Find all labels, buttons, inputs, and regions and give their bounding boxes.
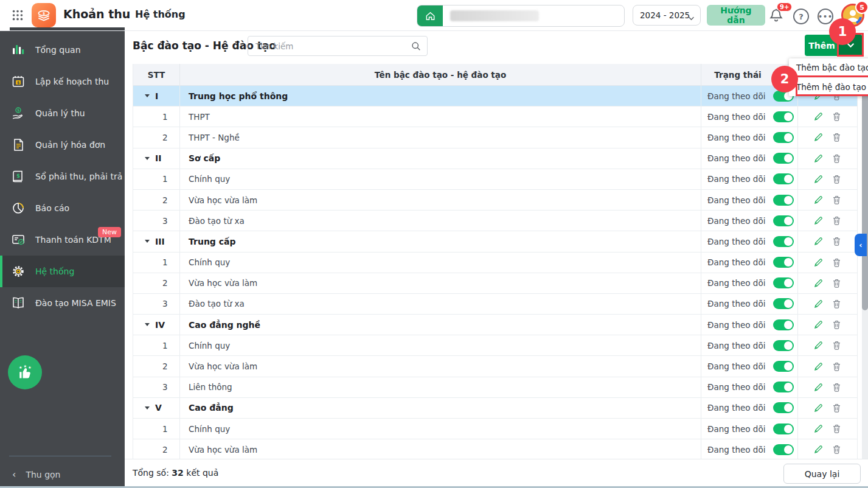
status-toggle[interactable]: [773, 298, 794, 309]
collapse-caret-icon[interactable]: [142, 94, 153, 97]
status-toggle[interactable]: [773, 111, 794, 122]
table-row[interactable]: 2 Vừa học vừa làm Đang theo dõi: [133, 439, 857, 460]
menu-item-add-training-level[interactable]: Thêm bậc đào tạo: [789, 58, 868, 78]
status-toggle[interactable]: [773, 444, 794, 455]
status-toggle[interactable]: [773, 153, 794, 164]
sidebar-item-reports[interactable]: Báo cáo: [0, 192, 125, 224]
delete-icon[interactable]: [832, 444, 842, 455]
edit-icon[interactable]: [813, 111, 824, 122]
collapse-caret-icon[interactable]: [142, 323, 153, 326]
sidebar-item-receivables-payables[interactable]: $ Sổ phải thu, phải trả: [0, 161, 125, 192]
status-toggle[interactable]: [773, 424, 794, 434]
edit-icon[interactable]: [813, 361, 824, 372]
status-toggle[interactable]: [773, 340, 794, 351]
delete-icon[interactable]: [832, 299, 842, 309]
status-toggle[interactable]: [773, 173, 794, 184]
sidebar-item-cashless-payment[interactable]: Thanh toán KDTM New: [0, 224, 125, 256]
collapse-caret-icon[interactable]: [142, 240, 153, 243]
search-icon[interactable]: [411, 41, 422, 52]
delete-icon[interactable]: [832, 361, 842, 372]
school-selector[interactable]: [417, 5, 625, 27]
sidebar-collapse-button[interactable]: ‹ Thu gọn: [12, 470, 60, 479]
guide-button[interactable]: Hướng dẫn: [707, 5, 765, 26]
table-row[interactable]: 1 Chính quy Đang theo dõi: [133, 419, 857, 439]
home-icon[interactable]: [417, 5, 443, 26]
delete-icon[interactable]: [832, 132, 842, 142]
edit-icon[interactable]: [813, 215, 824, 226]
edit-icon[interactable]: [813, 153, 824, 164]
sidebar-item-revenue-plan[interactable]: $ Lập kế hoạch thu: [0, 66, 125, 97]
search-input[interactable]: [248, 37, 427, 55]
table-row[interactable]: 3 Đào tạo từ xa Đang theo dõi: [133, 294, 857, 315]
table-row[interactable]: 2 Vừa học vừa làm Đang theo dõi: [133, 273, 857, 294]
delete-icon[interactable]: [832, 111, 842, 122]
table-row[interactable]: III Trung cấp Đang theo dõi: [133, 231, 857, 252]
edit-icon[interactable]: [813, 132, 824, 142]
sidebar-item-overview[interactable]: Tổng quan: [0, 34, 125, 66]
edit-icon[interactable]: [813, 174, 824, 184]
table-row[interactable]: 1 THPT Đang theo dõi: [133, 106, 857, 127]
edit-icon[interactable]: [813, 278, 824, 288]
edit-icon[interactable]: [813, 444, 824, 455]
table-row[interactable]: 1 Chính quy Đang theo dõi: [133, 335, 857, 356]
edit-icon[interactable]: [813, 403, 824, 413]
delete-icon[interactable]: [832, 340, 842, 350]
delete-icon[interactable]: [832, 319, 842, 330]
delete-icon[interactable]: [832, 236, 842, 246]
table-row[interactable]: 2 THPT - Nghề Đang theo dõi: [133, 127, 857, 148]
collapse-caret-icon[interactable]: [142, 406, 153, 410]
table-row[interactable]: 1 Chính quy Đang theo dõi: [133, 169, 857, 190]
table-row[interactable]: II Sơ cấp Đang theo dõi: [133, 148, 857, 169]
reward-thumbs-up-icon[interactable]: ★★★: [8, 355, 42, 389]
delete-icon[interactable]: [832, 257, 842, 268]
edit-icon[interactable]: [813, 257, 824, 268]
edit-icon[interactable]: [813, 236, 824, 246]
sidebar-item-revenue-management[interactable]: $ Quản lý thu: [0, 97, 125, 129]
collapse-caret-icon[interactable]: [142, 157, 153, 160]
edit-icon[interactable]: [813, 319, 824, 330]
table-row[interactable]: I Trung học phổ thông Đang theo dõi: [133, 86, 857, 106]
edit-icon[interactable]: [813, 340, 824, 350]
help-icon[interactable]: ?: [793, 9, 809, 24]
table-row[interactable]: 3 Đào tạo từ xa Đang theo dõi: [133, 211, 857, 231]
sidebar-item-system[interactable]: Hệ thống: [0, 256, 125, 287]
status-toggle[interactable]: [773, 402, 794, 413]
edit-icon[interactable]: [813, 424, 824, 434]
edit-icon[interactable]: [813, 382, 824, 392]
delete-icon[interactable]: [832, 424, 842, 434]
status-toggle[interactable]: [773, 257, 794, 268]
delete-icon[interactable]: [832, 174, 842, 184]
sidebar-item-misa-emis-training[interactable]: Đào tạo MISA EMIS: [0, 287, 125, 319]
table-row[interactable]: 3 Liên thông Đang theo dõi: [133, 377, 857, 398]
status-toggle[interactable]: [773, 195, 794, 206]
status-toggle[interactable]: [773, 361, 794, 372]
more-icon[interactable]: •••: [818, 9, 833, 24]
delete-icon[interactable]: [832, 195, 842, 205]
table-row[interactable]: 2 Vừa học vừa làm Đang theo dõi: [133, 190, 857, 211]
school-year-select[interactable]: 2024 - 2025: [633, 5, 701, 26]
delete-icon[interactable]: [832, 382, 842, 392]
status-toggle[interactable]: [773, 319, 794, 330]
app-logo-icon[interactable]: $: [32, 3, 56, 27]
status-toggle[interactable]: [773, 132, 794, 143]
status-toggle[interactable]: [773, 215, 794, 226]
status-toggle[interactable]: [773, 277, 794, 288]
scrollbar-thumb[interactable]: [862, 70, 868, 310]
delete-icon[interactable]: [832, 403, 842, 413]
side-panel-expand-handle[interactable]: ‹: [855, 234, 867, 256]
table-row[interactable]: 1 Chính quy Đang theo dõi: [133, 253, 857, 273]
edit-icon[interactable]: [813, 299, 824, 309]
status-toggle[interactable]: [773, 236, 794, 247]
apps-grid-icon[interactable]: [11, 9, 24, 22]
menu-item-add-training-system[interactable]: Thêm hệ đào tạo: [789, 78, 868, 97]
table-row[interactable]: 2 Vừa học vừa làm Đang theo dõi: [133, 356, 857, 377]
delete-icon[interactable]: [832, 153, 842, 164]
delete-icon[interactable]: [832, 215, 842, 226]
table-row[interactable]: IV Cao đẳng nghề Đang theo dõi: [133, 315, 857, 335]
table-row[interactable]: V Cao đẳng Đang theo dõi: [133, 398, 857, 419]
status-toggle[interactable]: [773, 382, 794, 392]
sidebar-item-invoice-management[interactable]: Quản lý hóa đơn: [0, 129, 125, 161]
delete-icon[interactable]: [832, 278, 842, 288]
back-button[interactable]: Quay lại: [783, 464, 861, 484]
edit-icon[interactable]: [813, 195, 824, 205]
